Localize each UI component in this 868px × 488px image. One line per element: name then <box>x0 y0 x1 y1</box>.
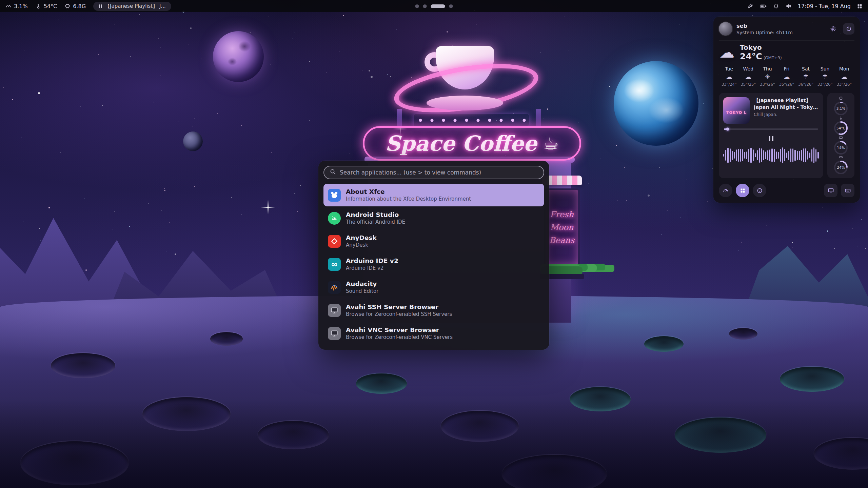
app-description: Browse for Zeroconf-enabled VNC Servers <box>346 334 453 340</box>
forecast-day: Tue <box>719 66 739 72</box>
volume-icon[interactable] <box>785 3 792 9</box>
media-player-widget: TOKYO L 【Japanese Playlist】 Japan All Ni… <box>719 93 823 178</box>
search-input[interactable] <box>340 169 538 176</box>
memory-gauge-value: 14% <box>833 140 848 155</box>
notifications-bell-icon[interactable] <box>773 3 779 9</box>
pause-icon <box>99 4 102 8</box>
memory-indicator[interactable]: 6.8G <box>64 3 86 9</box>
app-name: Audacity <box>346 281 378 287</box>
app-launcher: About Xfce Information about the Xfce De… <box>318 161 549 350</box>
album-art: TOKYO L <box>723 97 750 124</box>
app-item-android-studio[interactable]: Android Studio The official Android IDE <box>323 207 544 229</box>
power-button[interactable] <box>843 23 854 35</box>
arduino-infinity-icon: ∞ <box>328 258 341 271</box>
forecast-temps: 35°/26° <box>777 82 796 87</box>
forecast-day: Sun <box>815 66 835 72</box>
keyboard-button[interactable] <box>841 184 854 197</box>
temperature-value: 54°C <box>44 3 57 9</box>
username: seb <box>736 23 823 29</box>
purple-planet-art <box>213 31 264 82</box>
app-name: About Xfce <box>346 188 471 195</box>
quick-actions <box>719 184 854 197</box>
anydesk-diamond-icon <box>328 235 341 248</box>
system-gauges: 3.1% 54°C <box>827 93 854 178</box>
ram-icon <box>839 136 843 140</box>
cpu-value: 3.1% <box>14 3 28 9</box>
app-item-arduino[interactable]: ∞ Arduino IDE v2 Arduino IDE v2 <box>323 253 544 276</box>
cpu-indicator[interactable]: 3.1% <box>5 3 28 9</box>
pause-button[interactable] <box>765 133 777 143</box>
forecast-day: Sat <box>796 66 815 72</box>
workspace-dot-1[interactable] <box>415 4 419 8</box>
tools-icon[interactable] <box>747 3 753 9</box>
window-neon-text: Beans <box>549 236 574 245</box>
app-item-about-xfce[interactable]: About Xfce Information about the Xfce De… <box>323 184 544 206</box>
memory-gauge: 14% <box>833 136 848 155</box>
app-description: AnyDesk <box>346 242 377 248</box>
temperature-gauge: 54°C <box>833 116 848 136</box>
weather-cloud-icon: ☁ <box>719 45 734 60</box>
workspace-dot-4[interactable] <box>449 4 453 8</box>
temperature-indicator[interactable]: 54°C <box>35 3 57 9</box>
media-player-pill[interactable]: 【Japanese Playlist】 J... <box>93 2 171 11</box>
weather-widget: ☁ Tokyo 24°C(GMT+9) Tue Wed Thu Fri Sat … <box>719 40 854 92</box>
cpu-gauge: 3.1% <box>833 96 848 116</box>
app-description: Browse for Zeroconf-enabled SSH Servers <box>346 311 452 317</box>
neon-sign: Space Coffee ☕ <box>363 126 581 161</box>
server-browser-icon <box>328 327 341 340</box>
forecast-weather-icon: ☂ <box>796 74 815 80</box>
battery-icon[interactable] <box>760 3 767 9</box>
forecast-weather-icon: ☁ <box>834 74 854 80</box>
forecast-day: Fri <box>777 66 796 72</box>
media-pill-label: 【Japanese Playlist】 J... <box>105 3 166 9</box>
app-grid-button[interactable] <box>736 184 749 197</box>
theme-button[interactable] <box>753 184 766 197</box>
forecast-weather-icon: ☁ <box>719 74 739 80</box>
app-item-avahi-ssh[interactable]: Avahi SSH Server Browser Browse for Zero… <box>323 299 544 322</box>
coffee-cup-icon: ☕ <box>543 133 559 154</box>
memory-value: 6.8G <box>73 3 86 9</box>
profile-section: seb System Uptime: 4h11m <box>719 22 854 40</box>
launcher-search[interactable] <box>323 166 544 179</box>
workspace-switcher <box>415 0 453 12</box>
app-grid-icon[interactable] <box>857 3 863 9</box>
forecast-temps: 33°/26° <box>834 82 854 87</box>
forecast-weather-icon: ☁ <box>739 74 758 80</box>
track-artist: Chill Japan. <box>754 112 819 117</box>
cup-saucer-art <box>427 96 503 110</box>
audio-waveform <box>723 146 819 164</box>
app-results-list: About Xfce Information about the Xfce De… <box>323 184 544 345</box>
settings-gear-button[interactable] <box>827 23 839 35</box>
app-item-audacity[interactable]: Audacity Sound Editor <box>323 276 544 299</box>
top-bar: 3.1% 54°C 6.8G 【Japanese Playlist】 J... <box>0 0 868 12</box>
xfce-mouse-icon <box>328 189 341 202</box>
performance-button[interactable] <box>719 184 732 197</box>
sign-post <box>536 109 541 127</box>
forecast-temps: 33°/26° <box>815 82 835 87</box>
app-item-avahi-vnc[interactable]: Avahi VNC Server Browser Browse for Zero… <box>323 322 544 345</box>
small-moon-art <box>183 131 203 151</box>
forecast-temps: 35°/25° <box>739 82 758 87</box>
app-name: Arduino IDE v2 <box>346 258 398 264</box>
app-item-anydesk[interactable]: AnyDesk AnyDesk <box>323 230 544 252</box>
thermometer-icon <box>839 116 843 120</box>
forecast-weather-icon: ☂ <box>815 74 835 80</box>
weather-timezone: (GMT+9) <box>764 56 782 60</box>
neon-sign-text: Space Coffee <box>385 131 537 156</box>
disk-gauge: 24% <box>833 155 848 175</box>
workspace-dot-2[interactable] <box>423 4 427 8</box>
app-name: Avahi VNC Server Browser <box>346 327 453 333</box>
clock[interactable]: 17:09 - Tue, 19 Aug <box>798 3 851 9</box>
window-neon-text: Moon <box>550 223 574 232</box>
chip-icon <box>64 3 71 9</box>
app-description: Information about the Xfce Desktop Envir… <box>346 196 471 202</box>
disk-icon <box>839 155 843 159</box>
android-icon <box>328 212 341 225</box>
weather-city: Tokyo <box>740 43 782 52</box>
app-name: AnyDesk <box>346 235 377 241</box>
display-button[interactable] <box>824 184 837 197</box>
user-avatar[interactable] <box>719 22 732 36</box>
workspace-active-pill[interactable] <box>431 4 445 8</box>
seek-bar[interactable] <box>724 128 818 130</box>
seek-knob[interactable] <box>726 128 729 131</box>
